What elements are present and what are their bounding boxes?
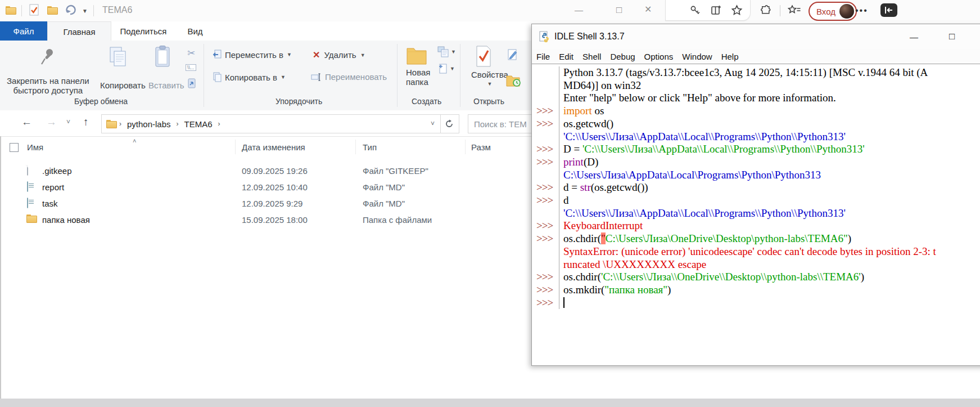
file-row[interactable]: task 12.09.2025 9:29 Файл "MD"	[0, 196, 529, 212]
column-header-name[interactable]: Имя	[27, 142, 43, 152]
file-date: 12.09.2025 9:29	[242, 199, 302, 208]
idle-menubar: FileEditShellDebugOptionsWindowHelp	[532, 49, 980, 64]
properties-button[interactable]: Свойства ▼	[471, 70, 508, 87]
idle-menu-file[interactable]: File	[532, 52, 554, 61]
tab-view[interactable]: Вид	[177, 21, 214, 41]
back-button[interactable]: ←	[21, 116, 32, 128]
breadcrumb-chevron-icon: ›	[117, 120, 124, 128]
pin-button[interactable]: Закрепить на панели быстрого доступа	[7, 76, 89, 95]
rename-button[interactable]: Переименовать	[311, 72, 387, 82]
breadcrumb-item-python-labs[interactable]: python-labs	[124, 119, 174, 129]
recent-locations-caret-icon[interactable]: ˅	[66, 118, 70, 126]
key-icon[interactable]	[689, 5, 701, 16]
idle-menu-shell[interactable]: Shell	[578, 52, 606, 61]
new-item-icon[interactable]: ▼	[439, 63, 455, 74]
group-label-open: Открыть	[473, 97, 504, 106]
paste-button[interactable]: Вставить	[148, 80, 184, 90]
cut-icon[interactable]: ✂	[187, 47, 195, 59]
md-file-icon	[27, 181, 28, 192]
address-dropdown-caret-icon[interactable]: ˅	[431, 120, 435, 128]
delete-x-icon: ✕	[313, 50, 320, 60]
column-header-size[interactable]: Разм	[471, 142, 491, 152]
split-screen-plus-icon[interactable]	[711, 5, 722, 16]
favorite-star-icon[interactable]	[731, 5, 743, 16]
paste-icon	[153, 45, 172, 69]
shell-line: Enter "help" below or click "Help" above…	[532, 92, 980, 105]
shell-prompt: >>>	[532, 297, 559, 310]
column-header-date[interactable]: Дата изменения	[242, 142, 305, 152]
screen: ▼ TEMA6 — □ ✕ Вход ••• Файл Главная Поде…	[0, 0, 980, 407]
shell-prompt: >>>	[532, 194, 559, 207]
file-type: Файл "MD"	[363, 199, 405, 208]
favorites-list-icon[interactable]	[788, 5, 801, 16]
properties-icon	[475, 45, 492, 68]
shell-line: >>>D = 'C:\\Users\\Лиза\\AppData\\Local\…	[532, 143, 980, 156]
breadcrumb[interactable]: › python-labs › TEMA6 › ˅	[101, 114, 441, 133]
group-label-organize: Упорядочить	[276, 97, 322, 106]
easy-access-icon[interactable]: ▼	[437, 46, 456, 57]
signin-button[interactable]: Вход	[809, 2, 857, 21]
explorer-close-button[interactable]: ✕	[644, 5, 652, 14]
group-label-create: Создать	[412, 97, 441, 106]
extensions-icon[interactable]	[760, 5, 772, 16]
column-divider[interactable]	[235, 140, 236, 154]
shell-prompt: >>>	[532, 143, 559, 156]
sidebar-toggle-icon[interactable]	[880, 3, 897, 17]
tab-file[interactable]: Файл	[0, 21, 47, 41]
copy-path-icon[interactable]: \\...	[186, 64, 196, 71]
more-options-icon[interactable]: •••	[855, 6, 868, 16]
explorer-maximize-button[interactable]: □	[616, 5, 622, 15]
idle-minimize-button[interactable]: —	[910, 32, 918, 42]
file-row[interactable]: .gitkeep 09.09.2025 19:26 Файл "GITKEEP"	[0, 163, 529, 179]
breadcrumb-item-tema6[interactable]: TEMA6	[181, 119, 216, 129]
divider	[204, 44, 204, 107]
properties-qat-icon[interactable]	[29, 4, 39, 16]
tab-home[interactable]: Главная	[47, 21, 111, 41]
shell-line: MD64)] on win32	[532, 79, 980, 92]
idle-menu-debug[interactable]: Debug	[606, 52, 639, 61]
new-folder-button[interactable]: Новая папка	[406, 68, 430, 87]
file-icon	[27, 165, 28, 176]
idle-maximize-button[interactable]: □	[949, 31, 955, 42]
shell-lines[interactable]: Python 3.13.7 (tags/v3.13.7:bcee1c3, Aug…	[532, 64, 980, 365]
group-label-clipboard: Буфер обмена	[74, 97, 128, 106]
column-divider[interactable]	[465, 140, 466, 154]
file-row[interactable]: папка новая 15.09.2025 18:00 Папка с фай…	[0, 212, 529, 228]
text-cursor	[563, 297, 564, 308]
file-name: .gitkeep	[42, 166, 72, 176]
explorer-minimize-button[interactable]: —	[575, 6, 583, 14]
move-to-button[interactable]: Переместить в▼	[213, 50, 292, 60]
shell-prompt: >>>	[532, 181, 559, 194]
history-icon[interactable]	[506, 74, 521, 87]
forward-button[interactable]: →	[46, 116, 57, 128]
select-all-checkbox[interactable]	[10, 143, 19, 152]
copy-button[interactable]: Копировать	[100, 80, 146, 90]
idle-menu-window[interactable]: Window	[678, 52, 716, 61]
idle-menu-options[interactable]: Options	[640, 52, 678, 61]
shell-prompt: >>>	[532, 271, 559, 284]
delete-button[interactable]: ✕ Удалить▼	[313, 50, 365, 60]
redo-icon[interactable]	[65, 5, 78, 16]
edit-icon[interactable]	[507, 48, 520, 62]
file-row[interactable]: report 12.09.2025 10:40 Файл "MD"	[0, 180, 529, 195]
up-button[interactable]: ↑	[83, 116, 89, 128]
column-header-type[interactable]: Тип	[363, 142, 377, 152]
shell-gutter	[532, 79, 559, 92]
qat-customize-caret-icon[interactable]: ▼	[82, 8, 88, 14]
file-date: 09.09.2025 19:26	[242, 166, 308, 176]
refresh-button[interactable]	[440, 114, 459, 133]
idle-menu-edit[interactable]: Edit	[554, 52, 578, 61]
idle-menu-help[interactable]: Help	[717, 52, 743, 61]
window-title: TEMA6	[102, 5, 132, 15]
file-date: 15.09.2025 18:00	[242, 215, 308, 225]
copy-to-button[interactable]: Копировать в▼	[213, 72, 286, 82]
column-divider[interactable]	[355, 140, 356, 154]
tab-share[interactable]: Поделиться	[110, 21, 177, 41]
shell-line: >>>os.chdir('C:\\Users\\Лиза\\OneDrive\\…	[532, 271, 980, 284]
paste-shortcut-icon[interactable]	[187, 78, 196, 89]
new-folder-qat-icon[interactable]	[47, 6, 58, 15]
shell-prompt: >>>	[532, 156, 559, 169]
new-folder-icon	[406, 46, 428, 65]
idle-titlebar[interactable]: IDLE Shell 3.13.7 — □	[532, 24, 980, 49]
shell-gutter	[532, 169, 559, 182]
